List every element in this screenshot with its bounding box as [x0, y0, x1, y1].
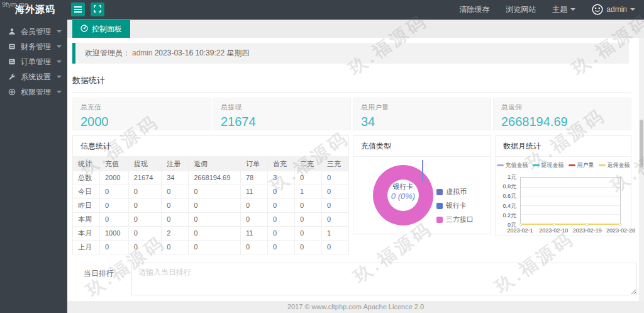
table-header: 统计充值提现注册返佣订单首充二充三充 — [73, 157, 348, 171]
chevron-down-icon — [570, 8, 575, 13]
table-cell: 3 — [267, 171, 294, 185]
table-cell: 0 — [267, 185, 294, 199]
table-header-cell: 统计 — [73, 157, 99, 171]
table-header-cell: 三充 — [321, 157, 348, 171]
table-cell: 0 — [240, 213, 267, 227]
table-cell: 0 — [240, 241, 267, 254]
legend-label: 用户量 — [577, 161, 594, 169]
clear-cache-link[interactable]: 清除缓存 — [459, 4, 489, 15]
user-menu[interactable]: admin — [592, 4, 635, 15]
table-row: 本周00000000 — [73, 213, 348, 227]
table-cell: 0 — [294, 241, 321, 254]
y-tick-label: 0.6元 — [502, 192, 516, 200]
table-cell: 0 — [189, 185, 241, 199]
tab-label: 控制面板 — [92, 24, 122, 35]
table-cell: 上月 — [73, 241, 99, 254]
table-cell: 0 — [189, 241, 241, 254]
table-header-cell: 二充 — [294, 157, 321, 171]
welcome-prefix: 欢迎管理员： — [85, 48, 130, 57]
x-axis-labels: 2023-02-12023-02-102023-02-192023-02-28 — [520, 227, 621, 235]
pie-legend-item[interactable]: 银行卡 — [436, 201, 474, 210]
table-cell: 0 — [128, 241, 161, 254]
stat-cards-row: 总充值2000总提现21674总用户量34总返佣2668194.69 — [72, 98, 631, 130]
gridline — [521, 196, 620, 196]
line-legend-item[interactable]: 返佣金额 — [599, 161, 630, 169]
scrollbar-thumb[interactable] — [640, 120, 643, 168]
table-cell: 2668194.69 — [189, 171, 241, 185]
y-tick-label: 0.2元 — [502, 211, 516, 219]
chevron-down-icon — [57, 45, 62, 50]
chevron-down-icon — [57, 76, 62, 81]
pie-legend-item[interactable]: 虚拟币 — [436, 187, 474, 196]
daily-rank-textarea[interactable] — [131, 263, 637, 295]
tab-bar: 控制面板 — [67, 19, 644, 38]
collapse-menu-button[interactable] — [71, 3, 85, 16]
table-cell: 21674 — [128, 171, 161, 185]
table-header-row: 统计充值提现注册返佣订单首充二充三充 — [73, 157, 348, 171]
tab-dashboard[interactable]: 控制面板 — [72, 20, 130, 38]
x-tick-label: 2023-02-1 — [507, 227, 533, 234]
legend-line-swatch — [533, 164, 540, 166]
table-cell: 0 — [321, 185, 348, 199]
stat-card-label: 总充值 — [80, 103, 203, 112]
browse-site-link[interactable]: 浏览网站 — [506, 4, 536, 15]
sidebar-item-label: 系统设置 — [21, 72, 57, 83]
stat-card-label: 总提现 — [221, 103, 343, 112]
legend-swatch — [436, 217, 443, 223]
table-cell: 0 — [294, 171, 321, 185]
stat-card-value: 34 — [361, 115, 483, 129]
table-cell: 0 — [162, 199, 189, 213]
sidebar-item-label: 权限管理 — [21, 87, 57, 98]
line-legend-item[interactable]: 提现金额 — [533, 161, 564, 169]
table-cell: 总数 — [73, 171, 99, 185]
dashboard-icon — [80, 25, 88, 34]
x-tick-label: 2023-02-10 — [539, 227, 568, 234]
stat-card-value: 2668194.69 — [501, 115, 623, 129]
sidebar-item-orders[interactable]: 订单管理 — [0, 54, 67, 69]
stat-card-value: 21674 — [221, 115, 343, 129]
table-cell: 0 — [321, 171, 348, 185]
sidebar-item-permission[interactable]: 权限管理 — [0, 84, 67, 100]
chevron-down-icon — [57, 60, 62, 65]
legend-label: 三方接口 — [446, 215, 474, 224]
main-content: 欢迎管理员：admin2023-03-16 10:39:22 星期四 数据统计 … — [67, 38, 639, 313]
table-row: 本月100002011001 — [73, 227, 348, 241]
ledger-icon — [8, 43, 17, 50]
line-legend-item[interactable]: 充值金额 — [497, 161, 528, 169]
table-cell: 0 — [99, 199, 128, 213]
fullscreen-button[interactable] — [91, 3, 104, 16]
table-cell: 0 — [321, 241, 348, 254]
table-cell: 1 — [294, 185, 321, 199]
table-cell: 0 — [128, 227, 161, 241]
table-header-cell: 首充 — [267, 157, 294, 171]
pie-label-line — [422, 160, 423, 181]
table-cell: 2 — [162, 227, 189, 241]
legend-label: 充值金额 — [506, 161, 528, 169]
table-cell: 本周 — [73, 213, 99, 227]
top-navbar: 海外源码 清除缓存 浏览网站 主题 admin — [0, 0, 644, 19]
line-legend-item[interactable]: 用户量 — [569, 161, 594, 169]
plot-area — [520, 177, 621, 225]
stat-card-label: 总用户量 — [361, 103, 483, 112]
table-cell: 0 — [267, 241, 294, 254]
table-header-cell: 注册 — [162, 157, 189, 171]
sidebar-item-members[interactable]: 会员管理 — [0, 24, 67, 39]
legend-label: 银行卡 — [446, 201, 467, 210]
hamburger-icon — [74, 4, 82, 15]
avatar — [592, 4, 603, 15]
table-row: 上月00000000 — [73, 241, 348, 254]
sidebar-item-finance[interactable]: 财务管理 — [0, 39, 67, 54]
sidebar-item-system[interactable]: 系统设置 — [0, 69, 67, 84]
stat-card: 总充值2000 — [72, 98, 211, 130]
table-header-cell: 订单 — [240, 157, 267, 171]
sidebar-item-label: 会员管理 — [21, 26, 57, 37]
theme-dropdown[interactable]: 主题 — [552, 4, 575, 15]
chevron-down-icon — [630, 8, 635, 13]
pie-legend-item[interactable]: 三方接口 — [436, 215, 474, 224]
sidebar-item-label: 订单管理 — [21, 57, 57, 67]
table-cell: 0 — [99, 213, 128, 227]
stat-card: 总返佣2668194.69 — [493, 98, 631, 130]
monthly-stats-panel: 数据月统计 充值金额提现金额用户量返佣金额 1元0.8元0.6元0.4元0.2元… — [495, 135, 631, 236]
x-tick-label: 2023-02-28 — [606, 227, 635, 234]
table-cell: 0 — [162, 241, 189, 254]
